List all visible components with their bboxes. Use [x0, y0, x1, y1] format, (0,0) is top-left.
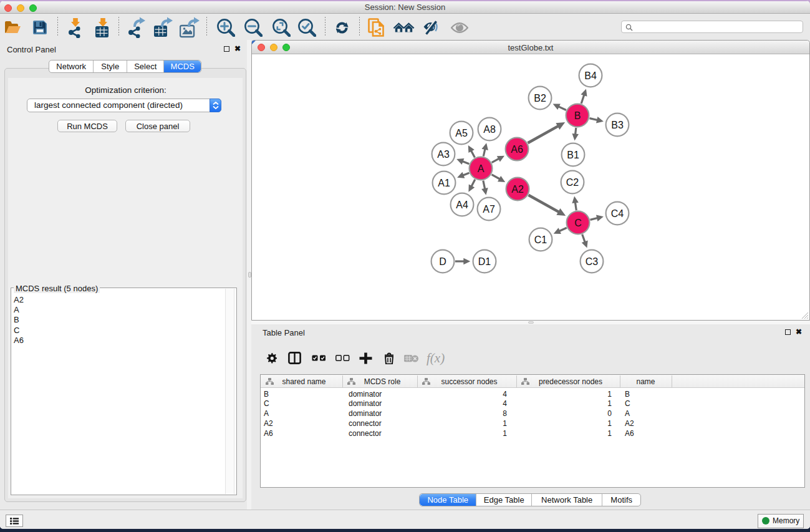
svg-text:C4: C4	[611, 208, 624, 219]
svg-text:A6: A6	[511, 144, 523, 155]
svg-text:A8: A8	[483, 124, 496, 135]
svg-text:B4: B4	[584, 70, 597, 81]
svg-text:B: B	[574, 110, 581, 121]
svg-text:A5: A5	[455, 128, 468, 138]
svg-text:A1: A1	[438, 178, 450, 188]
svg-text:C: C	[574, 218, 582, 228]
svg-text:A: A	[478, 163, 485, 174]
svg-text:C1: C1	[534, 235, 547, 245]
svg-text:B2: B2	[534, 93, 546, 104]
svg-text:D1: D1	[478, 256, 491, 267]
svg-text:A4: A4	[456, 200, 468, 210]
svg-text:D: D	[439, 256, 446, 267]
svg-text:A2: A2	[511, 184, 524, 195]
svg-text:C3: C3	[586, 256, 599, 267]
svg-text:B1: B1	[567, 150, 579, 160]
svg-text:C2: C2	[566, 177, 579, 188]
svg-text:A7: A7	[483, 204, 495, 215]
svg-text:A3: A3	[437, 149, 450, 160]
svg-text:B3: B3	[611, 120, 624, 130]
